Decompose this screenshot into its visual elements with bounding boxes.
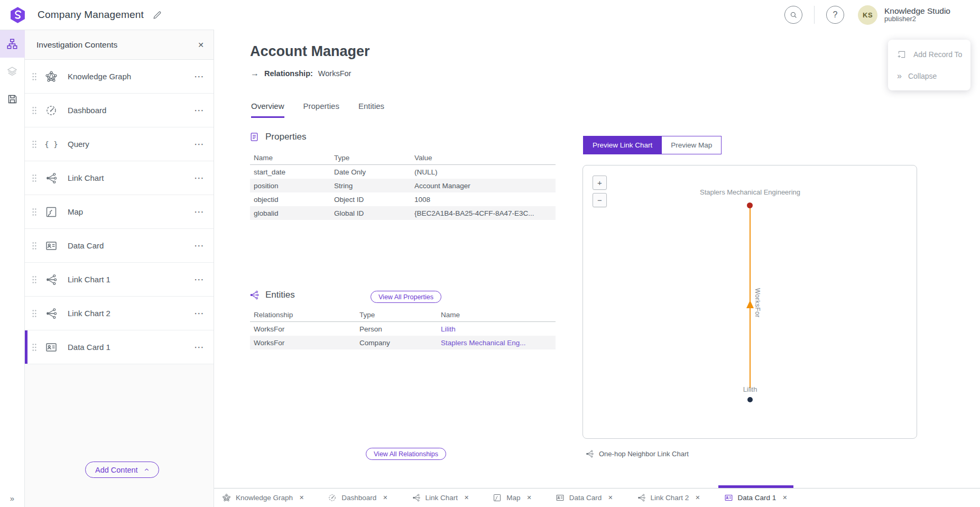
drag-handle-icon[interactable] xyxy=(32,174,37,182)
zoom-out-button[interactable]: − xyxy=(593,193,607,207)
edge-arrow-icon xyxy=(746,300,754,308)
rail-item-save[interactable] xyxy=(0,85,25,113)
tab-label: Data Card xyxy=(569,494,602,502)
node-label-company[interactable]: Staplers Mechanical Engineering xyxy=(700,188,800,196)
investigation-title: Company Management xyxy=(38,9,144,21)
drag-handle-icon[interactable] xyxy=(32,309,37,318)
bottom-tab-data-card[interactable]: Data Card ✕ xyxy=(556,488,613,507)
company-node-dot[interactable] xyxy=(747,202,753,208)
prop-value: 1008 xyxy=(411,196,556,204)
zoom-in-button[interactable]: + xyxy=(593,176,607,190)
sidebar-item-link-chart-1[interactable]: Link Chart 1 ⋯ xyxy=(25,263,214,297)
entity-name-link[interactable]: Lilith xyxy=(437,325,556,333)
table-row[interactable]: objectid Object ID 1008 xyxy=(250,192,556,206)
drag-handle-icon[interactable] xyxy=(32,343,37,352)
user-role: publisher2 xyxy=(884,15,950,23)
entity-type: Person xyxy=(356,325,437,333)
drag-handle-icon[interactable] xyxy=(32,208,37,216)
layers-icon xyxy=(6,66,18,77)
sidebar-item-data-card[interactable]: Data Card ⋯ xyxy=(25,229,214,263)
rail-item-contents[interactable] xyxy=(0,30,25,58)
menu-item-add-record-to[interactable]: Add Record To xyxy=(888,43,970,65)
help-button[interactable]: ? xyxy=(826,6,844,24)
item-menu-button[interactable]: ⋯ xyxy=(194,209,205,215)
sidebar-title: Investigation Contents xyxy=(36,40,117,50)
close-icon[interactable]: ✕ xyxy=(608,494,613,501)
drag-handle-icon[interactable] xyxy=(32,72,37,81)
item-menu-button[interactable]: ⋯ xyxy=(194,311,205,316)
table-row[interactable]: WorksFor Company Staplers Mechanical Eng… xyxy=(250,336,556,349)
preview-map-button[interactable]: Preview Map xyxy=(662,136,722,154)
edge-label: WorksFor xyxy=(754,288,761,318)
drag-handle-icon[interactable] xyxy=(32,106,37,115)
sidebar-item-dashboard[interactable]: Dashboard ⋯ xyxy=(25,94,214,127)
table-row[interactable]: globalid Global ID {BEC2A1B4-BA25-4CFF-8… xyxy=(250,206,556,220)
sidebar-item-knowledge-graph[interactable]: Knowledge Graph ⋯ xyxy=(25,60,214,94)
item-menu-button[interactable]: ⋯ xyxy=(194,345,205,350)
sidebar-item-link-chart[interactable]: Link Chart ⋯ xyxy=(25,161,214,195)
tab-overview[interactable]: Overview xyxy=(251,102,284,118)
header-divider xyxy=(814,6,815,24)
properties-section-header: Properties xyxy=(249,132,306,142)
close-icon[interactable]: ✕ xyxy=(782,494,787,501)
sidebar-item-link-chart-2[interactable]: Link Chart 2 ⋯ xyxy=(25,297,214,330)
person-node-dot[interactable] xyxy=(747,397,753,402)
item-menu-button[interactable]: ⋯ xyxy=(194,74,205,79)
dashboard-icon xyxy=(45,104,58,117)
item-menu-button[interactable]: ⋯ xyxy=(194,142,205,147)
rail-item-layers[interactable] xyxy=(0,58,25,85)
node-label-person[interactable]: Lilith xyxy=(743,385,757,393)
menu-item-collapse[interactable]: » Collapse xyxy=(888,65,970,87)
bottom-tab-map[interactable]: Map ✕ xyxy=(493,488,531,507)
prop-name: start_date xyxy=(250,168,330,176)
edit-title-button[interactable] xyxy=(152,10,162,20)
worksfor-edge-line[interactable] xyxy=(750,208,751,388)
entity-name-link[interactable]: Staplers Mechanical Eng... xyxy=(437,339,556,347)
table-row[interactable]: position String Account Manager xyxy=(250,179,556,192)
add-content-button[interactable]: Add Content xyxy=(85,462,159,478)
sidebar-item-data-card-1[interactable]: Data Card 1 ⋯ xyxy=(25,330,214,364)
sidebar-item-query[interactable]: Query ⋯ xyxy=(25,127,214,161)
prop-type: Global ID xyxy=(330,209,411,217)
bottom-tab-link-chart-2[interactable]: Link Chart 2 ✕ xyxy=(637,488,700,507)
item-menu-button[interactable]: ⋯ xyxy=(194,243,205,248)
tab-properties[interactable]: Properties xyxy=(303,102,339,118)
record-title: Account Manager xyxy=(250,43,370,60)
bottom-tab-dashboard[interactable]: Dashboard ✕ xyxy=(328,488,387,507)
link-chart-icon xyxy=(585,449,594,458)
col-type: Type xyxy=(330,154,411,162)
drag-handle-icon[interactable] xyxy=(32,275,37,284)
link-chart-preview-canvas[interactable]: + − Staplers Mechanical Engineering Work… xyxy=(583,165,917,439)
col-type: Type xyxy=(356,311,437,319)
table-row[interactable]: WorksFor Person Lilith xyxy=(250,322,556,336)
sidebar-item-map[interactable]: Map ⋯ xyxy=(25,195,214,229)
view-all-properties-button[interactable]: View All Properties xyxy=(371,291,441,303)
item-label: Link Chart xyxy=(68,173,104,182)
user-avatar[interactable]: KS xyxy=(858,5,877,25)
item-menu-button[interactable]: ⋯ xyxy=(194,108,205,113)
close-icon[interactable]: ✕ xyxy=(527,494,532,501)
tab-label: Map xyxy=(506,494,520,502)
view-all-relationships-button[interactable]: View All Relationships xyxy=(366,448,446,460)
item-menu-button[interactable]: ⋯ xyxy=(194,176,205,181)
add-content-label: Add Content xyxy=(95,466,138,474)
bottom-tab-data-card-1[interactable]: Data Card 1 ✕ xyxy=(724,488,788,507)
close-icon[interactable]: ✕ xyxy=(464,494,469,501)
bottom-tab-link-chart[interactable]: Link Chart ✕ xyxy=(412,488,469,507)
menu-item-label: Collapse xyxy=(908,72,937,80)
expand-panel-button[interactable]: » xyxy=(10,494,14,503)
close-icon[interactable]: ✕ xyxy=(299,494,304,501)
close-icon[interactable]: ✕ xyxy=(695,494,700,501)
search-button[interactable] xyxy=(784,6,802,24)
close-icon[interactable]: ✕ xyxy=(383,494,387,501)
bottom-tab-knowledge-graph[interactable]: Knowledge Graph ✕ xyxy=(222,488,304,507)
tab-label: Dashboard xyxy=(341,494,376,502)
drag-handle-icon[interactable] xyxy=(32,140,37,149)
drag-handle-icon[interactable] xyxy=(32,242,37,250)
tab-entities[interactable]: Entities xyxy=(358,102,384,118)
item-menu-button[interactable]: ⋯ xyxy=(194,277,205,282)
preview-link-chart-button[interactable]: Preview Link Chart xyxy=(583,136,662,154)
table-row[interactable]: start_date Date Only (NULL) xyxy=(250,165,556,179)
close-sidebar-button[interactable]: ✕ xyxy=(198,41,204,49)
record-subtitle: → Relationship: WorksFor xyxy=(251,69,351,78)
